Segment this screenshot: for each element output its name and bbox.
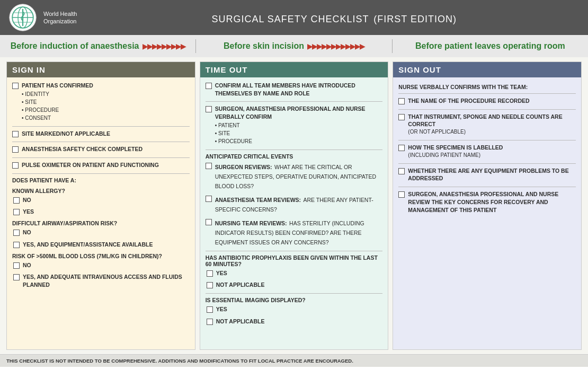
- checkbox-pulse-oximeter[interactable]: [12, 162, 19, 169]
- signin-column: SIGN IN PATIENT HAS CONFIRMED IDENTITY S…: [6, 61, 195, 350]
- subs-patient-confirmed: IDENTITY SITE PROCEDURE CONSENT: [22, 90, 93, 122]
- label-imaging-na: NOT APPLICABLE: [216, 318, 265, 326]
- checkbox-surgeon-reviews[interactable]: [206, 163, 212, 169]
- check-equipment-problems: WHETHER THERE ARE ANY EQUIPMENT PROBLEMS…: [398, 167, 576, 182]
- label-specimen: HOW THE SPECIMEN IS LABELLED: [408, 144, 503, 152]
- label-imaging-yes: YES: [216, 305, 227, 313]
- check-airway-yes: YES, AND EQUIPMENT/ASSISTANCE AVAILABLE: [13, 241, 190, 249]
- label-antibiotic-na: NOT APPLICABLE: [216, 281, 265, 289]
- check-specimen: HOW THE SPECIMEN IS LABELLED (INCLUDING …: [398, 144, 576, 159]
- label-site-marked: SITE MARKED/NOT APPLICABLE: [22, 130, 110, 138]
- check-allergy-no: NO: [13, 196, 190, 204]
- checkbox-instrument-counts[interactable]: [398, 114, 405, 120]
- footer-text: THIS CHECKLIST IS NOT INTENDED TO BE COM…: [6, 358, 353, 364]
- checkbox-nursing-reviews[interactable]: [206, 219, 212, 225]
- check-pulse-oximeter: PULSE OXIMETER ON PATIENT AND FUNCTIONIN…: [12, 161, 190, 169]
- check-blood-no: NO: [13, 261, 190, 269]
- check-surgeon-reviews: SURGEON REVIEWS: WHAT ARE THE CRITICAL O…: [206, 162, 383, 190]
- phase-3-label: Before patient leaves operating room: [415, 41, 565, 51]
- label-patient-confirmed: PATIENT HAS CONFIRMED: [22, 82, 93, 90]
- label-pulse-oximeter: PULSE OXIMETER ON PATIENT AND FUNCTIONIN…: [22, 161, 159, 169]
- checkbox-blood-no[interactable]: [13, 262, 20, 269]
- label-antibiotic-yes: YES: [216, 269, 227, 277]
- difficult-airway-label: DIFFICULT AIRWAY/ASPIRATION RISK?: [12, 220, 190, 226]
- checkbox-blood-yes[interactable]: [13, 274, 20, 280]
- checkbox-patient-confirmed[interactable]: [12, 83, 19, 89]
- checkbox-airway-no[interactable]: [13, 230, 20, 236]
- checkbox-anaesthesia-reviews[interactable]: [206, 196, 212, 202]
- checkbox-allergy-no[interactable]: [13, 197, 20, 204]
- antibiotic-group: YES NOT APPLICABLE: [207, 269, 383, 289]
- checkbox-verbally-confirm[interactable]: [206, 106, 212, 112]
- critical-events-label: ANTICIPATED CRITICAL EVENTS: [206, 153, 383, 160]
- checkbox-team-intro[interactable]: [206, 83, 212, 89]
- phase-2-label: Before skin incision: [224, 41, 304, 51]
- blood-loss-group: NO YES, AND ADEQUATE INTRAVENOUS ACCESS …: [13, 261, 190, 289]
- org-name: World Health Organization: [43, 10, 77, 25]
- check-imaging-yes: YES: [207, 305, 383, 313]
- imaging-group: YES NOT APPLICABLE: [207, 305, 383, 325]
- subs-verbally-confirm: PATIENT SITE PROCEDURE: [215, 121, 383, 145]
- label-equipment-problems: WHETHER THERE ARE ANY EQUIPMENT PROBLEMS…: [408, 167, 576, 182]
- phase-2-arrows: ▶▶▶▶▶▶▶▶▶▶▶▶: [307, 42, 364, 50]
- blood-loss-label: RISK OF >500ML BLOOD LOSS (7ML/KG IN CHI…: [12, 253, 190, 259]
- checkbox-anaesthesia[interactable]: [12, 146, 19, 153]
- label-nursing-reviews: NURSING TEAM REVIEWS:: [215, 220, 287, 226]
- check-anaesthesia-reviews: ANAESTHESIA TEAM REVIEWS: ARE THERE ANY …: [206, 195, 383, 214]
- main-content: SIGN IN PATIENT HAS CONFIRMED IDENTITY S…: [0, 57, 588, 354]
- checkbox-specimen[interactable]: [398, 145, 405, 151]
- phase-1: Before induction of anaesthesia ▶▶▶▶▶▶▶▶…: [0, 39, 195, 53]
- check-allergy-yes: YES: [13, 208, 190, 216]
- check-airway-no: NO: [13, 228, 190, 236]
- signout-header: SIGN OUT: [393, 62, 581, 77]
- signin-body: PATIENT HAS CONFIRMED IDENTITY SITE PROC…: [7, 77, 195, 349]
- label-anaesthesia-reviews: ANAESTHESIA TEAM REVIEWS:: [215, 197, 301, 203]
- check-antibiotic-yes: YES: [207, 269, 383, 277]
- phase-2: Before skin incision ▶▶▶▶▶▶▶▶▶▶▶▶: [196, 39, 391, 53]
- checkbox-equipment-problems[interactable]: [398, 168, 405, 174]
- label-allergy-yes: YES: [23, 208, 34, 216]
- checkbox-surgeon-nurse-review[interactable]: [398, 191, 405, 198]
- timeout-column: TIME OUT CONFIRM ALL TEAM MEMBERS HAVE I…: [200, 61, 389, 350]
- checkbox-antibiotic-yes[interactable]: [207, 270, 213, 277]
- timeout-header: TIME OUT: [200, 62, 388, 77]
- check-imaging-na: NOT APPLICABLE: [207, 318, 383, 326]
- signin-header: SIGN IN: [7, 62, 195, 77]
- check-verbally-confirm: SURGEON, ANAESTHESIA PROFESSIONAL AND NU…: [206, 105, 383, 145]
- label-verbally-confirm: SURGEON, ANAESTHESIA PROFESSIONAL AND NU…: [215, 105, 383, 120]
- checkbox-antibiotic-na[interactable]: [207, 282, 213, 288]
- label-airway-no: NO: [23, 228, 31, 236]
- checkbox-site-marked[interactable]: [12, 131, 19, 137]
- check-blood-yes: YES, AND ADEQUATE INTRAVENOUS ACCESS AND…: [13, 273, 190, 288]
- known-allergy-group: NO YES: [13, 196, 190, 216]
- check-anaesthesia: ANAESTHESIA SAFETY CHECK COMPLETED: [12, 145, 190, 153]
- label-surgeon-reviews: SURGEON REVIEWS:: [215, 164, 272, 170]
- detail-specimen: (INCLUDING PATIENT NAME): [408, 152, 503, 159]
- signout-body: NURSE VERBALLY CONFIRMS WITH THE TEAM: T…: [393, 77, 581, 349]
- checkbox-allergy-yes[interactable]: [13, 209, 20, 215]
- does-patient-have-label: DOES PATIENT HAVE A:: [12, 177, 190, 183]
- label-team-intro: CONFIRM ALL TEAM MEMBERS HAVE INTRODUCED…: [215, 82, 383, 97]
- page-title: Surgical Safety Checklist (First Edition…: [88, 9, 580, 26]
- signout-intro: NURSE VERBALLY CONFIRMS WITH THE TEAM:: [398, 84, 576, 90]
- timeout-body: CONFIRM ALL TEAM MEMBERS HAVE INTRODUCED…: [200, 77, 388, 349]
- who-logo-icon: [8, 3, 37, 32]
- label-instrument-counts: THAT INSTRUMENT, SPONGE AND NEEDLE COUNT…: [408, 113, 576, 128]
- check-surgeon-nurse-review: SURGEON, ANAESTHESIA PROFESSIONAL AND NU…: [398, 190, 576, 214]
- phase-1-label: Before induction of anaesthesia: [11, 41, 139, 51]
- phase-row: Before induction of anaesthesia ▶▶▶▶▶▶▶▶…: [0, 35, 588, 57]
- label-blood-no: NO: [23, 261, 31, 269]
- checkbox-procedure-recorded[interactable]: [398, 98, 405, 104]
- check-instrument-counts: THAT INSTRUMENT, SPONGE AND NEEDLE COUNT…: [398, 113, 576, 136]
- label-allergy-no: NO: [23, 196, 31, 204]
- checkbox-imaging-yes[interactable]: [207, 306, 213, 313]
- checkbox-imaging-na[interactable]: [207, 319, 213, 325]
- label-surgeon-nurse-review: SURGEON, ANAESTHESIA PROFESSIONAL AND NU…: [408, 190, 576, 214]
- label-anaesthesia: ANAESTHESIA SAFETY CHECK COMPLETED: [22, 145, 142, 153]
- detail-instrument-counts: (OR NOT APPLICABLE): [408, 128, 576, 136]
- check-procedure-recorded: THE NAME OF THE PROCEDURE RECORDED: [398, 97, 576, 105]
- phase-1-arrows: ▶▶▶▶▶▶▶▶▶: [142, 42, 185, 50]
- check-team-intro: CONFIRM ALL TEAM MEMBERS HAVE INTRODUCED…: [206, 82, 383, 97]
- label-airway-yes: YES, AND EQUIPMENT/ASSISTANCE AVAILABLE: [23, 241, 153, 249]
- checkbox-airway-yes[interactable]: [13, 242, 20, 248]
